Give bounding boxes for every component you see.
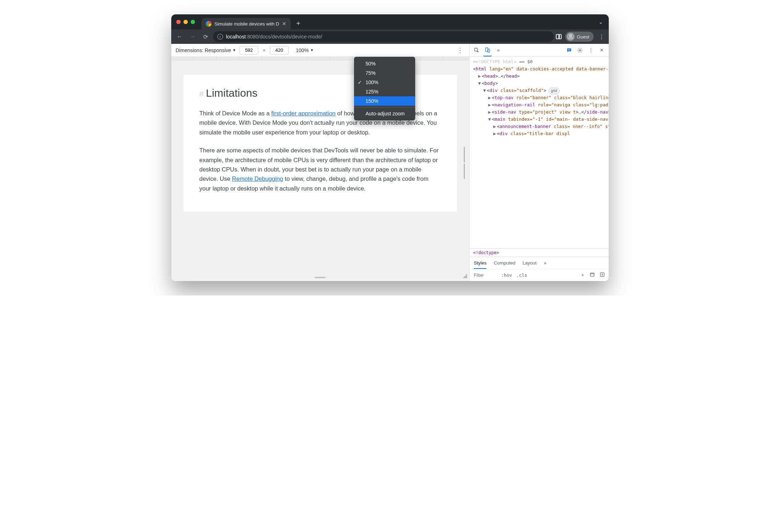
tab-layout[interactable]: Layout	[522, 260, 536, 266]
content-split: Dimensions: Responsive ▼ × 100% ▼ ⋮ 50% …	[171, 44, 609, 281]
width-input[interactable]	[240, 46, 258, 55]
tag: head	[485, 73, 495, 79]
reload-button[interactable]: ⟳	[200, 33, 211, 40]
tab-title: Simulate mobile devices with D	[214, 21, 279, 27]
remote-debugging-link[interactable]: Remote Debugging	[232, 175, 283, 182]
paragraph-2: There are some aspects of mobile devices…	[199, 146, 441, 193]
menu-separator	[354, 107, 415, 107]
computed-styles-sidebar-icon[interactable]	[589, 272, 595, 279]
inspect-element-icon[interactable]	[472, 46, 481, 55]
devtools-panel: » ⋮ ✕ ⋯<!DOCTYPE html> == $0 <html lang=…	[469, 44, 609, 281]
device-toolbar-menu-icon[interactable]: ⋮	[455, 46, 465, 54]
devtools-menu-icon[interactable]: ⋮	[586, 46, 595, 55]
zoom-option-75[interactable]: 75%	[354, 68, 415, 78]
attrs: type="project" view t	[516, 109, 576, 115]
heading-text: Limitations	[206, 87, 257, 99]
address-bar[interactable]: i localhost:8080/docs/devtools/device-mo…	[213, 31, 554, 42]
new-style-rule-icon[interactable]: ＋	[580, 272, 585, 278]
tag: announcement-banner	[500, 124, 551, 129]
height-input[interactable]	[270, 46, 289, 55]
svg-rect-4	[568, 49, 570, 50]
tag: div	[490, 88, 498, 93]
svg-rect-7	[590, 273, 594, 276]
elements-breadcrumb[interactable]: <!doctype>	[470, 248, 609, 257]
attrs: role="banner" class="block hairline-bott…	[513, 95, 609, 100]
zoom-option-50[interactable]: 50%	[354, 59, 415, 68]
devtools-more-tabs-icon[interactable]: »	[494, 46, 503, 55]
zoom-menu: 50% 75% 100% 125% 150% Auto-adjust zoom	[354, 57, 415, 120]
settings-gear-icon[interactable]	[576, 46, 584, 55]
toggle-device-toolbar-icon[interactable]	[483, 44, 492, 56]
styles-more-tabs-icon[interactable]: »	[544, 260, 546, 266]
doctype: <!DOCTYPE html>	[476, 59, 517, 64]
side-panel-icon[interactable]	[556, 34, 562, 39]
first-order-approximation-link[interactable]: first-order approximation	[271, 110, 336, 116]
new-tab-button[interactable]: ＋	[294, 18, 303, 28]
zoom-option-150[interactable]: 150%	[354, 96, 415, 106]
url-host: localhost	[226, 34, 246, 40]
window-menu-chevron-icon[interactable]: ⌄	[599, 19, 603, 25]
dimensions-label: Dimensions: Responsive	[176, 47, 231, 53]
hov-toggle[interactable]: :hov	[501, 272, 512, 278]
tag: html	[476, 66, 487, 72]
styles-filter-input[interactable]	[473, 272, 497, 278]
elements-tree[interactable]: ⋯<!DOCTYPE html> == $0 <html lang="en" d…	[470, 57, 609, 248]
console-messages-icon[interactable]	[565, 46, 573, 55]
tab-computed[interactable]: Computed	[494, 260, 515, 266]
sel-hint: == $0	[516, 59, 532, 64]
heading-anchor-icon[interactable]: #	[199, 90, 204, 98]
styles-toolbar: :hov .cls ＋	[470, 269, 609, 281]
device-mode-area: Dimensions: Responsive ▼ × 100% ▼ ⋮ 50% …	[171, 44, 469, 281]
height-drag-handle-icon[interactable]	[315, 277, 326, 278]
width-ruler[interactable]	[171, 57, 469, 60]
back-button[interactable]: ←	[174, 33, 185, 40]
viewport-scrollbar[interactable]	[463, 147, 466, 179]
attrs: tabindex="-1" id="main- data-side-nav-in…	[505, 116, 609, 122]
svg-point-0	[570, 35, 572, 37]
tag: side-nav	[586, 109, 608, 115]
zoom-option-125[interactable]: 125%	[354, 87, 415, 96]
styles-tabbar: Styles Computed Layout »	[470, 257, 609, 269]
close-devtools-icon[interactable]: ✕	[597, 46, 606, 55]
browser-menu-icon[interactable]: ⋮	[597, 33, 606, 40]
url-text: localhost:8080/docs/devtools/device-mode…	[226, 34, 322, 40]
zoom-option-auto[interactable]: Auto-adjust zoom	[354, 109, 415, 118]
window-controls	[176, 20, 195, 24]
tag: div	[500, 131, 508, 136]
dots: …	[579, 109, 581, 115]
browser-tab[interactable]: Simulate mobile devices with D ✕	[201, 18, 291, 29]
devtools-tabbar: » ⋮ ✕	[470, 44, 609, 57]
dimensions-dropdown[interactable]: Dimensions: Responsive ▼	[176, 47, 236, 53]
tag: main	[495, 116, 505, 122]
url-path: /docs/devtools/device-mode/	[258, 34, 322, 40]
toolbar-right: Guest ⋮	[556, 32, 606, 42]
cls-toggle[interactable]: .cls	[516, 272, 527, 278]
dots: …	[498, 73, 501, 79]
browser-window: Simulate mobile devices with D ✕ ＋ ⌄ ← →…	[171, 14, 609, 281]
site-info-icon[interactable]: i	[217, 34, 223, 40]
zoom-dropdown[interactable]: 100% ▼	[296, 47, 314, 53]
viewport-zone: #Limitations Think of Device Mode as a f…	[171, 60, 469, 281]
dimensions-separator: ×	[263, 47, 266, 53]
simulated-viewport[interactable]: #Limitations Think of Device Mode as a f…	[183, 75, 457, 212]
attrs: class="title-bar displ	[508, 131, 570, 136]
url-toolbar: ← → ⟳ i localhost:8080/docs/devtools/dev…	[171, 29, 609, 44]
zoom-label: 100%	[296, 47, 309, 53]
tag: top-nav	[495, 95, 514, 100]
attrs: role="naviga class="lg:pad-left-200 lg:p…	[535, 102, 609, 107]
tab-styles[interactable]: Styles	[474, 260, 486, 266]
grid-badge[interactable]: grid	[549, 88, 560, 94]
close-window-button[interactable]	[176, 20, 181, 24]
resize-corner-icon[interactable]: ◢	[463, 272, 467, 279]
profile-label: Guest	[577, 34, 589, 40]
forward-button[interactable]: →	[187, 33, 198, 40]
close-tab-icon[interactable]: ✕	[282, 21, 286, 27]
attrs: class= nner--info" storage-key="us activ…	[551, 124, 609, 129]
profile-button[interactable]: Guest	[565, 32, 594, 42]
device-toolbar: Dimensions: Responsive ▼ × 100% ▼ ⋮	[171, 44, 469, 57]
titlebar: Simulate mobile devices with D ✕ ＋ ⌄	[171, 14, 609, 29]
maximize-window-button[interactable]	[191, 20, 195, 24]
toggle-rendering-panel-icon[interactable]	[599, 272, 605, 279]
minimize-window-button[interactable]	[183, 20, 188, 24]
zoom-option-100[interactable]: 100%	[354, 78, 415, 87]
